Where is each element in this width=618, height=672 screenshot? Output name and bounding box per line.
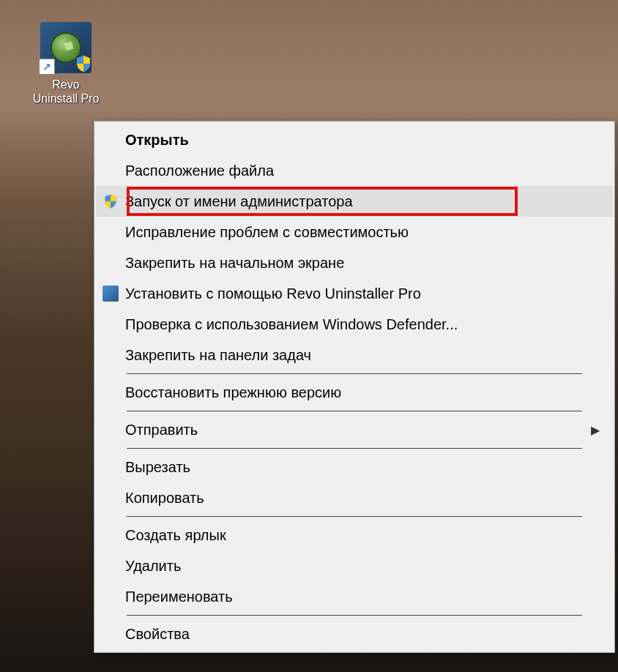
menu-item[interactable]: Проверка с использованием Windows Defend…: [96, 309, 613, 340]
desktop-icon-label: Revo Uninstall Pro: [29, 78, 103, 105]
desktop-shortcut-revo[interactable]: ↗ Revo Uninstall Pro: [26, 18, 106, 109]
menu-item[interactable]: Запуск от имени администратора: [96, 186, 613, 217]
desktop: ↗ Revo Uninstall Pro ОткрытьРасположение…: [0, 0, 618, 672]
menu-item[interactable]: Свойства: [96, 619, 613, 649]
menu-separator: [127, 373, 582, 374]
menu-item-label: Переименовать: [125, 589, 613, 605]
submenu-arrow-icon: ▶: [591, 423, 600, 437]
menu-item[interactable]: Переименовать: [96, 581, 613, 612]
uac-shield-icon: [96, 193, 125, 209]
menu-item[interactable]: Вырезать: [96, 452, 613, 482]
menu-separator: [127, 411, 582, 411]
menu-item-label: Запуск от имени администратора: [125, 193, 613, 210]
menu-item[interactable]: Удалить: [96, 550, 613, 581]
menu-item[interactable]: Открыть: [96, 124, 613, 155]
menu-item-label: Закрепить на начальном экране: [125, 255, 613, 272]
menu-item[interactable]: Расположение файла: [96, 155, 613, 186]
menu-item-label: Вырезать: [125, 459, 613, 476]
shortcut-arrow-icon: ↗: [39, 59, 55, 75]
menu-separator: [127, 516, 582, 517]
menu-separator: [127, 448, 582, 449]
menu-item-label: Копировать: [125, 490, 613, 507]
menu-item-label: Отправить: [125, 422, 613, 438]
menu-item-label: Создать ярлык: [125, 527, 613, 544]
menu-item[interactable]: Копировать: [96, 482, 613, 513]
menu-separator: [127, 615, 582, 616]
menu-item[interactable]: Закрепить на начальном экране: [96, 247, 613, 278]
menu-item-label: Установить с помощью Revo Uninstaller Pr…: [125, 285, 613, 302]
menu-item-label: Проверка с использованием Windows Defend…: [125, 316, 613, 333]
menu-item[interactable]: Исправление проблем с совместимостью: [96, 217, 613, 247]
menu-item-label: Исправление проблем с совместимостью: [125, 224, 613, 241]
menu-item[interactable]: Установить с помощью Revo Uninstaller Pr…: [96, 278, 613, 309]
menu-item-label: Расположение файла: [125, 163, 613, 179]
menu-item[interactable]: Восстановить прежнюю версию: [96, 377, 613, 408]
menu-item-label: Свойства: [125, 626, 613, 643]
uac-shield-icon: [74, 54, 93, 73]
menu-item[interactable]: Создать ярлык: [96, 520, 613, 550]
app-icon: ↗: [40, 22, 92, 73]
menu-item[interactable]: Отправить▶: [96, 414, 613, 445]
context-menu: ОткрытьРасположение файла Запуск от имен…: [94, 121, 615, 653]
menu-item-label: Закрепить на панели задач: [125, 347, 613, 364]
revo-icon: [96, 285, 125, 302]
menu-item[interactable]: Закрепить на панели задач: [96, 340, 613, 370]
menu-item-label: Открыть: [125, 132, 613, 149]
menu-item-label: Удалить: [125, 558, 613, 575]
menu-item-label: Восстановить прежнюю версию: [125, 384, 613, 401]
